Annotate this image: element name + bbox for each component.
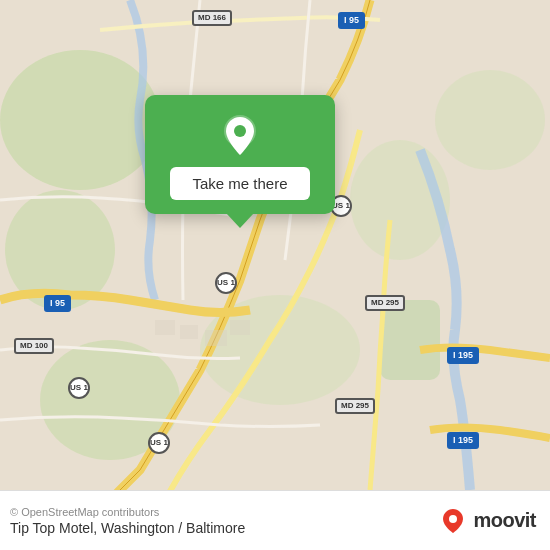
road-badge-us1-bot: US 1 — [148, 432, 170, 454]
popup-card: Take me there — [145, 95, 335, 214]
svg-rect-9 — [180, 325, 198, 339]
bottom-bar: © OpenStreetMap contributors Tip Top Mot… — [0, 490, 550, 550]
svg-point-14 — [449, 515, 457, 523]
road-badge-i95-top: I 95 — [338, 12, 365, 29]
bottom-left: © OpenStreetMap contributors Tip Top Mot… — [10, 506, 245, 536]
svg-rect-11 — [230, 320, 250, 335]
map-container: I 95 I 95 I 95 US 1 US 1 US 1 US 1 MD 16… — [0, 0, 550, 490]
road-badge-i195-top: I 195 — [447, 347, 479, 364]
svg-rect-8 — [155, 320, 175, 335]
road-badge-md100: MD 100 — [14, 338, 54, 354]
svg-point-6 — [435, 70, 545, 170]
road-badge-us1-left: US 1 — [68, 377, 90, 399]
location-pin-icon — [218, 113, 262, 157]
road-badge-i95-left: I 95 — [44, 295, 71, 312]
svg-rect-7 — [380, 300, 440, 380]
moovit-brand-text: moovit — [473, 509, 536, 532]
copyright-text: © OpenStreetMap contributors — [10, 506, 245, 518]
location-name: Tip Top Motel, Washington / Baltimore — [10, 520, 245, 536]
road-badge-md166: MD 166 — [192, 10, 232, 26]
moovit-logo: moovit — [439, 507, 536, 535]
take-me-there-button[interactable]: Take me there — [170, 167, 309, 200]
moovit-pin-icon — [439, 507, 467, 535]
road-badge-md295-mid: MD 295 — [365, 295, 405, 311]
road-badge-us1-mid: US 1 — [215, 272, 237, 294]
svg-point-13 — [234, 125, 246, 137]
road-badge-md295-bot: MD 295 — [335, 398, 375, 414]
svg-rect-10 — [205, 330, 227, 346]
road-badge-i195-bot: I 195 — [447, 432, 479, 449]
